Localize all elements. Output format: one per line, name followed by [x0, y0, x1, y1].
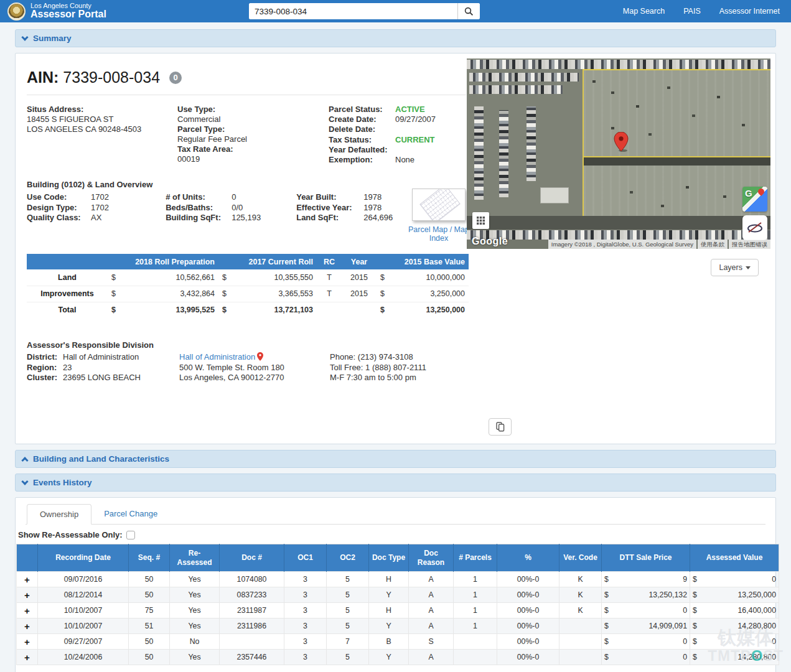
expand-row-button[interactable]: + [24, 590, 30, 600]
building-field: Year Built:1978 [296, 192, 401, 203]
currency-symbol: $ [604, 637, 609, 646]
situs-address-line1: 18455 S FIGUEROA ST [27, 114, 177, 124]
field-value: 0/0 [232, 203, 243, 212]
streetview-toggle-button[interactable] [742, 215, 767, 240]
money-cell: $13,250,000 [377, 302, 469, 318]
situs-address-label: Situs Address: [27, 105, 177, 114]
expand-row-button[interactable]: + [24, 574, 30, 585]
events-cell [559, 618, 602, 634]
events-cell: 00%-0 [497, 618, 559, 634]
layers-button[interactable]: Layers [711, 259, 759, 276]
division-fields: District:Hall of AdministrationRegion:23… [27, 352, 179, 383]
map-car-row [469, 73, 579, 82]
ain-badge[interactable]: 0 [169, 72, 182, 84]
building-field: Quality Class:AX [27, 213, 166, 223]
division-office-block: Hall of Administration 500 W. Temple St.… [179, 352, 330, 383]
google-logo: Google [472, 236, 508, 247]
field-value: 09/27/2007 [395, 114, 436, 124]
currency-symbol: $ [693, 590, 697, 599]
events-history-panel: Ownership Parcel Change Show Re-Assessab… [15, 497, 776, 672]
no-streetview-icon [747, 222, 763, 233]
events-history-section-header[interactable]: Events History [15, 474, 776, 492]
amount: 14,280,800 [737, 622, 776, 630]
events-cell: 5 [327, 650, 369, 665]
app-header: Los Angeles County Assessor Portal Map S… [0, 0, 791, 22]
events-row: +10/10/200775Yes231198735HA100%-0K$0$16,… [17, 603, 779, 618]
office-address-line2: Los Angeles, CA 90012-2770 [179, 373, 330, 383]
expand-row-button[interactable]: + [24, 637, 30, 647]
events-header-cell [17, 544, 38, 572]
office-link[interactable]: Hall of Administration [179, 352, 255, 362]
reassessable-checkbox[interactable] [126, 531, 135, 539]
nav-link-pais[interactable]: PAIS [683, 7, 701, 16]
situs-address-block: Situs Address: 18455 S FIGUEROA ST LOS A… [27, 105, 177, 165]
roll-row: Land$10,562,661$10,355,550T2015$10,000,0… [27, 269, 469, 286]
layers-label: Layers [719, 263, 742, 272]
map-parked-cars-bottom [467, 230, 770, 240]
tab-ownership[interactable]: Ownership [27, 504, 91, 525]
satellite-map[interactable]: G Google Imagery ©2018 , DigitalGlobe, U… [467, 58, 770, 249]
report-error-link[interactable]: 报告地图错误 [729, 240, 770, 249]
field-value: ACTIVE [395, 105, 425, 114]
expand-row-button[interactable]: + [24, 652, 30, 663]
field-label: Parcel Status: [329, 105, 395, 114]
reassessable-filter: Show Re-Assessable Only: [18, 530, 775, 539]
currency-symbol: $ [693, 622, 697, 630]
events-cell: 7 [327, 634, 369, 650]
google-maps-button[interactable]: G [742, 187, 767, 212]
summary-panel: AIN: 7339-008-034 0 Situs Address: 18455… [15, 53, 776, 444]
building-land-section-header[interactable]: Building and Land Characteristics [15, 450, 776, 468]
field-value: 0 [232, 192, 236, 202]
events-header-cell: Doc Reason [409, 544, 454, 572]
events-cell: A [409, 572, 454, 587]
copy-button[interactable] [489, 418, 512, 436]
currency-symbol: $ [222, 289, 227, 298]
currency-symbol: $ [111, 289, 116, 298]
summary-section-header[interactable]: Summary [15, 29, 776, 47]
money-cell: $0 [602, 603, 690, 618]
amount: 10,000,000 [426, 273, 465, 282]
amount: 3,250,000 [430, 289, 465, 298]
expand-cell: + [17, 634, 38, 650]
year-value: 2015 [342, 286, 377, 302]
map-car-column [527, 106, 536, 181]
events-cell: 1 [454, 587, 497, 603]
nav-link-assessor-internet[interactable]: Assessor Internet [719, 7, 780, 16]
field-value: 125,193 [232, 213, 261, 222]
events-cell: No [170, 634, 220, 650]
events-cell: B [369, 634, 409, 650]
events-cell: 3 [284, 603, 327, 618]
currency-symbol: $ [380, 273, 385, 282]
events-cell: 0837233 [220, 587, 284, 603]
field-label: Tax Rate Area: [177, 144, 329, 154]
money-cell: $0 [602, 634, 690, 650]
expand-cell: + [17, 618, 38, 634]
tab-parcel-change[interactable]: Parcel Change [91, 504, 170, 524]
events-cell: 00%-0 [497, 603, 559, 618]
status-field: Year Defaulted: [329, 145, 476, 155]
division-contact-block: Phone: (213) 974-3108 Toll Free: 1 (888)… [330, 352, 476, 383]
rc-value [317, 302, 342, 318]
status-field: Delete Date: [329, 124, 476, 134]
expand-row-button[interactable]: + [24, 621, 30, 632]
map-tiles-button[interactable] [472, 212, 489, 229]
expand-row-button[interactable]: + [24, 605, 30, 616]
terms-link[interactable]: 使用条款 [698, 240, 728, 249]
building-overview-col2: # of Units:0Beds/Baths:0/0Building SqFt:… [166, 192, 296, 243]
field-label: Exemption: [329, 155, 395, 165]
parcel-map-thumbnail[interactable] [412, 189, 466, 221]
parcel-map-link[interactable]: Parcel Map / Map Index [401, 225, 476, 243]
office-phone: Phone: (213) 974-3108 [330, 352, 476, 363]
events-cell: 1 [454, 603, 497, 618]
search-button[interactable] [457, 3, 480, 19]
map-parked-cars-top [467, 60, 770, 69]
nav-link-map-search[interactable]: Map Search [623, 7, 665, 16]
imagery-attribution: Imagery ©2018 , DigitalGlobe, U.S. Geolo… [548, 240, 696, 249]
events-row: +10/10/200751Yes231198635YA100%-0$14,909… [17, 618, 779, 634]
search-input[interactable] [249, 3, 457, 19]
currency-symbol: $ [604, 575, 609, 584]
events-header-cell: DTT Sale Price [602, 544, 690, 572]
events-cell: Y [369, 618, 409, 634]
parcel-status-block: Parcel Status:ACTIVECreate Date:09/27/20… [329, 105, 476, 165]
chevron-up-icon [21, 457, 28, 464]
